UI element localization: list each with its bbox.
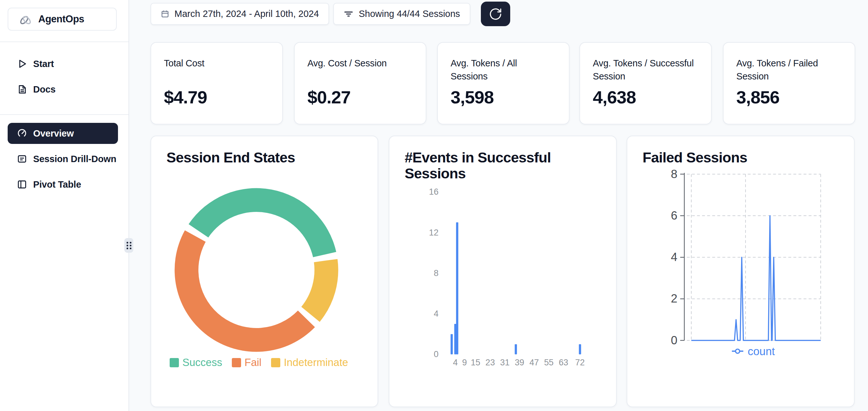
failed-sessions-line-chart: 02468count — [627, 136, 854, 407]
calendar-icon — [161, 9, 169, 18]
legend-item-fail[interactable]: Fail — [232, 356, 261, 369]
legend-label: Indeterminate — [284, 356, 348, 369]
y-tick-label: 8 — [671, 168, 677, 181]
stat-label: Avg. Tokens / Successful Session — [593, 57, 699, 84]
y-tick-label: 6 — [671, 209, 677, 222]
donut-legend: Success Fail Indeterminate — [169, 356, 348, 369]
y-tick-label: 12 — [429, 228, 438, 237]
stat-value: $4.79 — [164, 87, 270, 108]
sidebar-item-overview[interactable]: Overview — [8, 123, 118, 144]
stat-value: $0.27 — [307, 87, 413, 108]
x-tick-label: 39 — [515, 358, 524, 367]
session-end-states-card: Session End States Success Fail Indeterm… — [151, 136, 378, 407]
bar[interactable] — [579, 344, 581, 354]
sidebar-item-start[interactable]: Start — [8, 55, 118, 73]
play-icon — [17, 58, 27, 69]
legend-label: Success — [182, 356, 222, 369]
count-line — [691, 216, 821, 341]
x-tick-label: 31 — [500, 358, 509, 367]
stat-value: 3,856 — [736, 87, 842, 108]
sidebar-item-docs[interactable]: Docs — [8, 80, 118, 98]
refresh-icon — [489, 7, 502, 21]
date-range-text: March 27th, 2024 - April 10th, 2024 — [175, 9, 319, 19]
sidebar-divider — [0, 41, 128, 42]
y-tick-label: 2 — [671, 292, 677, 305]
y-tick-label: 16 — [429, 187, 438, 197]
stat-label: Avg. Cost / Session — [307, 57, 413, 84]
filter-icon — [343, 9, 354, 19]
stat-value: 3,598 — [451, 87, 556, 108]
events-histogram-card: #Events in Successful Sessions 048121649… — [389, 136, 617, 407]
sidebar: AgentOps Start Docs — [0, 0, 129, 411]
gauge-icon — [17, 128, 27, 139]
x-tick-label: 23 — [485, 358, 495, 367]
stat-card-avg-tokens-failed: Avg. Tokens / Failed Session 3,856 — [723, 42, 855, 124]
sidebar-item-label: Start — [33, 59, 54, 69]
sidebar-item-label: Session Drill-Down — [33, 154, 116, 164]
donut-slice-fail[interactable] — [175, 230, 315, 352]
donut-slice-indeterminate[interactable] — [301, 259, 338, 322]
stat-label: Avg. Tokens / Failed Session — [736, 57, 842, 84]
stat-card-total-cost: Total Cost $4.79 — [151, 42, 283, 124]
date-range-picker[interactable]: March 27th, 2024 - April 10th, 2024 — [151, 3, 329, 25]
paperclip-logo-icon — [18, 11, 33, 27]
stat-card-avg-tokens-successful: Avg. Tokens / Successful Session 4,638 — [580, 42, 712, 124]
legend-label: Fail — [245, 356, 261, 369]
sidebar-item-label: Pivot Table — [33, 179, 81, 190]
y-tick-label: 4 — [434, 309, 438, 319]
stat-value: 4,638 — [593, 87, 699, 108]
legend-swatch — [232, 358, 241, 367]
legend-swatch — [169, 358, 179, 367]
x-tick-label: 55 — [544, 358, 554, 367]
legend-swatch — [271, 358, 280, 367]
sidebar-item-pivot-table[interactable]: Pivot Table — [8, 175, 118, 194]
brand-name: AgentOps — [38, 13, 84, 25]
bar[interactable] — [456, 223, 458, 354]
split-panel-icon — [17, 179, 27, 190]
stat-card-avg-tokens-all: Avg. Tokens / All Sessions 3,598 — [437, 42, 569, 124]
events-bar-chart: 0481216491523313947556372 — [390, 136, 616, 407]
legend-label-count[interactable]: count — [748, 345, 775, 357]
sidebar-item-session-drill-down[interactable]: Session Drill-Down — [8, 150, 118, 168]
x-tick-label: 9 — [462, 358, 467, 367]
refresh-button[interactable] — [481, 2, 510, 26]
x-tick-label: 4 — [453, 358, 458, 367]
brand-logo-button[interactable]: AgentOps — [8, 8, 117, 31]
sidebar-item-label: Overview — [33, 128, 74, 139]
y-tick-label: 4 — [671, 251, 677, 264]
list-box-icon — [17, 153, 27, 164]
sidebar-item-label: Docs — [33, 84, 56, 95]
bar[interactable] — [515, 344, 517, 354]
session-filter-text: Showing 44/44 Sessions — [359, 9, 460, 19]
stat-card-avg-cost: Avg. Cost / Session $0.27 — [294, 42, 426, 124]
legend-item-success[interactable]: Success — [169, 356, 222, 369]
sidebar-resize-handle[interactable] — [124, 238, 133, 253]
x-tick-label: 72 — [575, 358, 585, 367]
x-tick-label: 15 — [471, 358, 480, 367]
legend-item-indeterminate[interactable]: Indeterminate — [271, 356, 348, 369]
bar[interactable] — [451, 334, 453, 354]
session-filter-button[interactable]: Showing 44/44 Sessions — [333, 3, 470, 25]
x-tick-label: 47 — [529, 358, 539, 367]
y-tick-label: 0 — [434, 349, 438, 359]
y-tick-label: 0 — [671, 334, 677, 347]
donut-slice-success[interactable] — [188, 188, 336, 257]
failed-sessions-card: Failed Sessions 02468count — [627, 136, 855, 407]
y-tick-label: 8 — [434, 268, 438, 278]
stat-label: Avg. Tokens / All Sessions — [451, 57, 556, 84]
sidebar-divider — [0, 114, 128, 115]
document-icon — [17, 84, 27, 95]
agentops-dashboard: AgentOps Start Docs — [0, 0, 868, 411]
stat-label: Total Cost — [164, 57, 270, 84]
x-tick-label: 63 — [559, 358, 568, 367]
legend-marker-dot — [736, 349, 740, 353]
